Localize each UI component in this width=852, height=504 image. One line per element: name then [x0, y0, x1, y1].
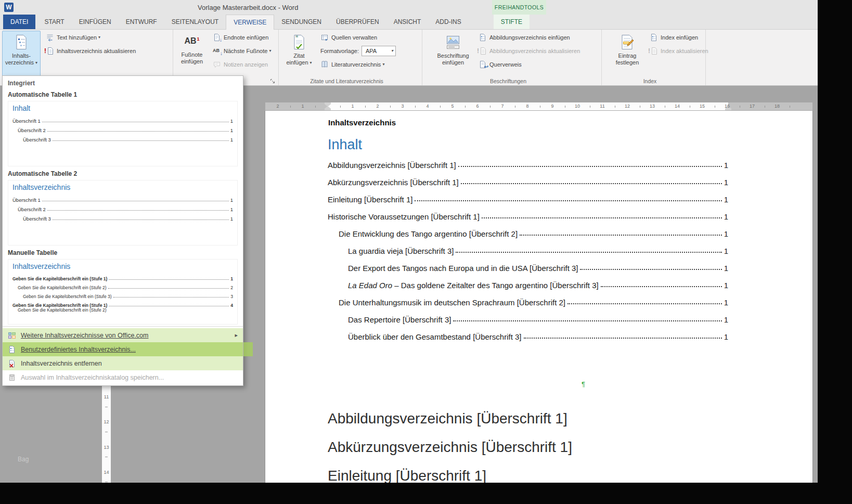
- tab-sendungen[interactable]: SENDUNGEN: [274, 15, 329, 29]
- toc-entry: Die Unterhaltungsmusik im deutschen Spra…: [328, 290, 728, 307]
- update-index-label: Index aktualisieren: [661, 48, 708, 54]
- cross-reference-label: Querverweis: [489, 61, 522, 68]
- gallery-preview-heading: Inhaltsverzeichnis: [12, 262, 233, 270]
- tab-entwurf[interactable]: ENTWURF: [119, 15, 164, 29]
- mark-entry-icon: [619, 33, 636, 51]
- tab-stifte[interactable]: STIFTE: [494, 15, 530, 29]
- insert-endnote-label: Endnote einfügen: [224, 34, 268, 41]
- ruler-number: 12: [104, 419, 109, 424]
- document-toc-title: Inhalt: [328, 137, 362, 153]
- tab-verweise[interactable]: VERWEISE: [226, 15, 274, 30]
- cross-reference-button[interactable]: ↩ Querverweis: [476, 58, 582, 70]
- gallery-preview-row: Geben Sie die Kapitelüberschrift ein (St…: [12, 308, 233, 313]
- gallery-preview-row: Überschrift 21: [12, 203, 233, 212]
- document-section-headings: Abbildungsverzeichnis [Überschrift 1]Abk…: [328, 410, 572, 483]
- ruler-tick: [315, 106, 316, 108]
- gallery-preview-row: Geben Sie die Kapitelüberschrift ein (St…: [12, 273, 233, 281]
- word-logo-icon: W: [4, 3, 14, 12]
- gallery-name: Automatische Tabelle 2: [8, 170, 238, 177]
- gallery-preview-row: Geben Sie die Kapitelüberschrift ein (St…: [12, 290, 233, 299]
- manage-sources-icon: [320, 33, 329, 42]
- endnote-icon: ↓: [213, 33, 221, 42]
- insert-footnote-label: Fußnote einfügen: [181, 51, 203, 64]
- highlight-annotation: [243, 342, 253, 356]
- insert-footnote-button[interactable]: AB1 Fußnote einfügen: [175, 31, 209, 76]
- toc-entry: Historische Voraussetzungen [Überschrift…: [328, 204, 728, 221]
- gallery-preview: InhaltsverzeichnisGeben Sie die Kapitelü…: [8, 259, 238, 325]
- toc-gallery-option-automatische-tabelle-1[interactable]: Automatische Tabelle 1InhaltÜberschrift …: [3, 89, 243, 168]
- dropdown-arrow-icon: ▾: [310, 60, 312, 65]
- insert-endnote-button[interactable]: ↓ Endnote einfügen: [211, 31, 273, 43]
- toc-gallery-dropdown: Integriert Automatische Tabelle 1InhaltÜ…: [2, 75, 243, 386]
- show-notes-icon: [213, 60, 221, 69]
- toc-icon: [13, 33, 30, 51]
- manage-sources-button[interactable]: Quellen verwalten: [318, 31, 398, 43]
- toc-icon: [8, 345, 16, 354]
- tab-einfügen[interactable]: EINFÜGEN: [72, 15, 119, 29]
- toc-entry: Abbildungsverzeichnis [Überschrift 1]1: [328, 152, 728, 170]
- toc-entry: La Edad Oro – Das goldene Zeitalter des …: [328, 273, 728, 290]
- ruler-tick: [690, 106, 690, 108]
- insert-caption-icon: [445, 33, 461, 51]
- ruler-number: 12: [625, 104, 630, 109]
- ruler-number: 1: [351, 104, 354, 109]
- gallery-preview-heading: Inhalt: [12, 104, 233, 112]
- menu-item-weitere-inhaltsverzeichnisse-von-office-com[interactable]: Weitere Inhaltsverzeichnisse von Office.…: [3, 328, 243, 342]
- next-footnote-button[interactable]: AB↓ Nächste Fußnote ▾: [211, 45, 273, 57]
- ruler-tick: [365, 106, 366, 108]
- tab-seitenlayout[interactable]: SEITENLAYOUT: [164, 15, 226, 29]
- toc-menu-commands: Weitere Inhaltsverzeichnisse von Office.…: [3, 326, 243, 384]
- style-combobox[interactable]: APA ▾: [362, 46, 396, 56]
- tab-add-ins[interactable]: ADD-INS: [428, 15, 468, 29]
- insert-index-button[interactable]: Index einfügen: [648, 31, 711, 43]
- ruler-number: 11: [600, 104, 604, 109]
- dropdown-arrow-icon: ▾: [98, 35, 100, 40]
- tab-start[interactable]: START: [37, 15, 71, 29]
- gallery-preview: InhaltsverzeichnisÜberschrift 11Überschr…: [8, 180, 238, 245]
- mark-entry-button[interactable]: Eintrag festlegen: [609, 31, 646, 76]
- footnotes-dialog-launcher[interactable]: [270, 77, 276, 83]
- menu-item-benutzerdefiniertes-inhaltsverzeichnis[interactable]: Benutzerdefiniertes Inhaltsverzeichnis..…: [3, 342, 243, 356]
- ruler-number: 13: [650, 104, 655, 109]
- gallery-preview-heading: Inhaltsverzeichnis: [12, 183, 233, 191]
- tab-ansicht[interactable]: ANSICHT: [386, 15, 429, 29]
- table-of-figures-icon: [479, 33, 487, 42]
- toc-gallery-option-manuelle-tabelle[interactable]: Manuelle TabelleInhaltsverzeichnisGeben …: [3, 247, 243, 326]
- update-toc-button[interactable]: ! Inhaltsverzeichnis aktualisieren: [44, 45, 138, 57]
- insert-caption-button[interactable]: Beschriftung einfügen: [431, 31, 475, 76]
- insert-citation-icon: “: [291, 33, 307, 51]
- toc-gallery-option-automatische-tabelle-2[interactable]: Automatische Tabelle 2Inhaltsverzeichnis…: [3, 168, 243, 247]
- add-text-label: Text hinzufügen: [57, 34, 97, 41]
- toc-entry: Einleitung [Überschrift 1]1: [328, 187, 728, 204]
- menu-item-label: Weitere Inhaltsverzeichnisse von Office.…: [21, 332, 148, 339]
- toc-galleries: Automatische Tabelle 1InhaltÜberschrift …: [3, 89, 243, 326]
- menu-item-label: Benutzerdefiniertes Inhaltsverzeichnis..…: [21, 346, 136, 353]
- tab-überprüfen[interactable]: ÜBERPRÜFEN: [329, 15, 386, 29]
- insert-citation-button[interactable]: “ Zitat einfügen▾: [283, 31, 315, 76]
- insert-citation-label: Zitat einfügen: [286, 53, 308, 66]
- toc-button[interactable]: Inhalts- verzeichnis▾: [2, 31, 41, 76]
- insert-table-of-figures-button[interactable]: Abbildungsverzeichnis einfügen: [476, 31, 582, 43]
- ruler-number: 2: [376, 104, 379, 109]
- submenu-arrow-icon: ▸: [235, 332, 238, 339]
- bibliography-button[interactable]: Literaturverzeichnis ▾: [318, 58, 398, 70]
- footnote-ab1-icon: AB1: [184, 33, 199, 50]
- document-toc-entries: Abbildungsverzeichnis [Überschrift 1]1Ab…: [328, 152, 728, 341]
- update-table-of-figures-button: ! Abbildungsverzeichnis aktualisieren: [476, 45, 582, 57]
- show-notes-label: Notizen anzeigen: [224, 61, 268, 68]
- horizontal-ruler[interactable]: 21123456789101112131415161718: [265, 102, 812, 111]
- toc-entry: Der Export des Tangos nach Europa und in…: [328, 255, 728, 273]
- insert-table-of-figures-label: Abbildungsverzeichnis einfügen: [489, 34, 570, 41]
- gallery-preview-row: Überschrift 11: [12, 193, 233, 203]
- ruler-number: 14: [675, 104, 680, 109]
- style-label: Formatvorlage:: [320, 48, 359, 54]
- menu-item-label: Inhaltsverzeichnis entfernen: [21, 360, 102, 367]
- menu-item-inhaltsverzeichnis-entfernen[interactable]: Inhaltsverzeichnis entfernen: [3, 356, 243, 370]
- tab-datei[interactable]: DATEI: [3, 15, 35, 29]
- add-text-button[interactable]: Text hinzufügen ▾: [44, 31, 138, 43]
- ruler-tick: [590, 106, 590, 108]
- document-page[interactable]: Inhaltsverzeichnis Inhalt Abbildungsverz…: [265, 111, 812, 483]
- ruler-tick: [390, 106, 391, 108]
- document-heading: Einleitung [Überschrift 1]: [328, 468, 572, 483]
- title-bar: W Vorlage Masterarbeit.docx - Word FREIH…: [0, 0, 818, 15]
